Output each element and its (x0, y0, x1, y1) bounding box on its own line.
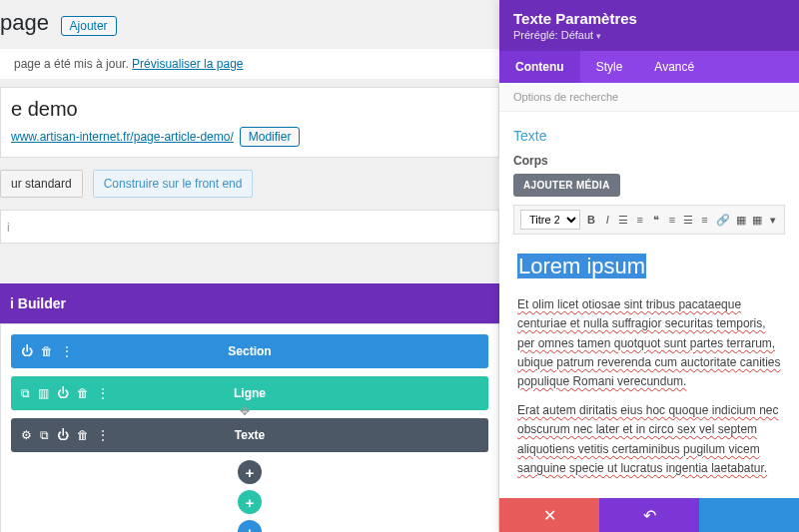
undo-icon: ↶ (643, 506, 656, 525)
align-center-icon[interactable]: ☰ (683, 213, 693, 227)
section-more-icon[interactable]: ⋮ (61, 344, 73, 358)
tab-advanced[interactable]: Avancé (638, 51, 710, 83)
section-bar[interactable]: ⏻ 🗑 ⋮ Section (11, 334, 488, 368)
number-list-icon[interactable]: ≡ (635, 213, 645, 227)
row-duplicate-icon[interactable]: ⧉ (21, 386, 30, 400)
table-icon[interactable]: ▦ (752, 213, 762, 227)
add-section-button[interactable]: + (238, 520, 262, 532)
body-label: Corps (513, 154, 785, 168)
module-label: Texte (235, 428, 265, 442)
preset-dropdown[interactable]: Préréglé: Défaut (513, 29, 785, 41)
tab-content[interactable]: Contenu (499, 51, 580, 83)
module-bar[interactable]: ⚙ ⧉ ⏻ 🗑 ⋮ Texte (11, 418, 488, 452)
module-duplicate-icon[interactable]: ⧉ (40, 428, 49, 442)
settings-search-input[interactable]: Options de recherche (499, 83, 799, 112)
image-icon[interactable]: ▦ (736, 213, 746, 227)
settings-sidebar: Texte Paramètres Préréglé: Défaut Conten… (499, 0, 799, 532)
permalink-edit-button[interactable]: Modifier (240, 127, 301, 147)
close-icon: ✕ (543, 506, 556, 525)
module-delete-icon[interactable]: 🗑 (77, 428, 89, 442)
row-toggle-icon[interactable]: ⏻ (57, 386, 69, 400)
save-button[interactable] (699, 498, 799, 532)
quote-icon[interactable]: ❝ (651, 213, 661, 227)
editor-standard-button[interactable]: ur standard (0, 170, 83, 198)
row-columns-icon[interactable]: ▥ (38, 386, 49, 400)
add-module-button[interactable]: + (238, 460, 262, 484)
content-paragraph-2[interactable]: Erat autem diritatis eius hoc quoque ind… (517, 401, 781, 478)
bold-icon[interactable]: B (586, 213, 596, 227)
tab-style[interactable]: Style (580, 51, 639, 83)
module-settings-icon[interactable]: ⚙ (21, 428, 32, 442)
format-select[interactable]: Titre 2 (520, 210, 580, 230)
module-more-icon[interactable]: ⋮ (97, 428, 109, 442)
italic-icon[interactable]: I (602, 213, 612, 227)
post-title-input[interactable]: e demo (11, 98, 488, 121)
drag-handle-icon[interactable]: ✥ (240, 404, 250, 418)
row-more-icon[interactable]: ⋮ (97, 386, 109, 400)
align-left-icon[interactable]: ≡ (667, 213, 677, 227)
section-toggle-icon[interactable]: ⏻ (21, 344, 33, 358)
editor-content[interactable]: Lorem ipsum Et olim licet otiosae sint t… (513, 235, 785, 498)
row-label: Ligne (234, 386, 266, 400)
toolbar-more-icon[interactable]: ▾ (768, 213, 778, 227)
add-row-button[interactable]: + (238, 490, 262, 514)
builder-header: i Builder (0, 283, 499, 323)
module-toggle-icon[interactable]: ⏻ (57, 428, 69, 442)
builder-area: ⏻ 🗑 ⋮ Section ⧉ ▥ ⏻ 🗑 ⋮ Ligne ✥ ⚙ ⧉ (0, 323, 499, 532)
preview-link[interactable]: Prévisualiser la page (132, 57, 243, 71)
build-frontend-button[interactable]: Construire sur le front end (93, 170, 254, 198)
add-media-button[interactable]: AJOUTER MÉDIA (513, 174, 620, 197)
section-label: Section (228, 344, 271, 358)
collapsed-panel[interactable]: i (0, 210, 499, 244)
bullet-list-icon[interactable]: ☰ (618, 213, 628, 227)
content-paragraph-1[interactable]: Et olim licet otiosae sint tribus pacata… (517, 295, 781, 391)
content-heading[interactable]: Lorem ipsum (517, 249, 781, 283)
link-icon[interactable]: 🔗 (716, 213, 730, 227)
update-notice: page a été mis à jour. Prévisualiser la … (0, 49, 499, 79)
permalink[interactable]: www.artisan-internet.fr/page-article-dem… (11, 130, 234, 144)
row-delete-icon[interactable]: 🗑 (77, 386, 89, 400)
section-text[interactable]: Texte (513, 128, 785, 144)
sidebar-title: Texte Paramètres (513, 10, 785, 27)
cancel-button[interactable]: ✕ (499, 498, 599, 532)
align-right-icon[interactable]: ≡ (699, 213, 709, 227)
add-page-button[interactable]: Ajouter (61, 16, 117, 36)
page-title: page (0, 10, 49, 35)
undo-button[interactable]: ↶ (599, 498, 699, 532)
title-panel: e demo www.artisan-internet.fr/page-arti… (0, 87, 499, 158)
section-delete-icon[interactable]: 🗑 (41, 344, 53, 358)
editor-toolbar: Titre 2 B I ☰ ≡ ❝ ≡ ☰ ≡ 🔗 ▦ ▦ ▾ (513, 205, 785, 235)
